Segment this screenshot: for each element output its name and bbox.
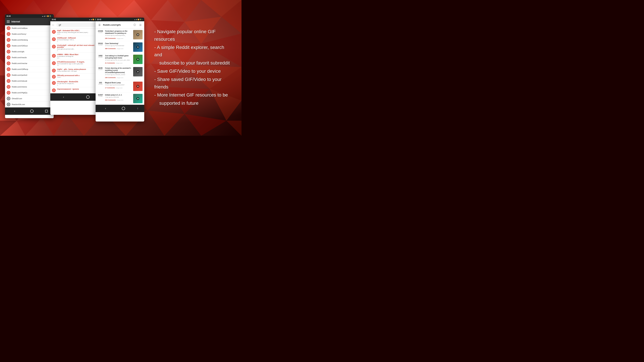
post-source: i.imgur.com xyxy=(116,38,123,39)
post-comments[interactable]: 284 Comments xyxy=(105,99,116,101)
home-button[interactable] xyxy=(30,109,34,113)
item-url: Reddit.com/r/funny/ xyxy=(12,33,26,35)
post-score: 1682 SCORE xyxy=(97,55,104,64)
feature-line-2b: subscribe to your favorit subreddit xyxy=(154,59,232,67)
search-result-item[interactable]: /r/brokengifs/ : BrokenGifs For gifs tha… xyxy=(50,80,99,87)
list-item[interactable]: Reddit.com/r/reactio xyxy=(5,55,54,60)
feature-line-1: - Navigate popular online GIF resources xyxy=(154,28,232,43)
search-result-item[interactable]: Officially pronounced with a 18984... xyxy=(50,73,99,80)
phone-1: 16:44 ☁ ◑ ⚙ 📶 🔋 □ Internet xyxy=(5,14,54,118)
list-item[interactable]: Reddit.com/r/chemic xyxy=(5,84,54,90)
post-title: Just taking in a football game and going… xyxy=(105,55,132,59)
list-item[interactable]: Reddit.com/r/educati xyxy=(5,78,54,84)
score-label: SCORE xyxy=(98,84,103,85)
back-button[interactable]: ‹ xyxy=(11,108,18,114)
post-meta: 15 hours ago by rainbowsprinkles_ xyxy=(105,35,132,36)
post-source: i.imgur.com xyxy=(116,62,122,64)
home-button[interactable] xyxy=(86,95,90,99)
search-results-list: /r/gif/ : Animated Gifs /r/Gif ( A place… xyxy=(50,29,99,93)
list-item[interactable]: ReactionGifs.com xyxy=(5,102,54,107)
back-arrow-icon[interactable]: ← xyxy=(52,23,55,26)
list-item[interactable]: Reddit.com/r/funny/ xyxy=(5,31,54,37)
post-content: Initiate jump in 3, 2, 1 1 day ago by mf… xyxy=(105,94,132,103)
phone-3: 16:43 ☁ ◑ 📶 🔋 □ ☰ Reddit.com/r/gifs ⓘ ☵ xyxy=(96,17,144,121)
post-item[interactable]: 1682 SCORE Just taking in a football gam… xyxy=(96,53,144,66)
list-item[interactable]: Reddit.com/r/mechar xyxy=(5,60,54,66)
result-count: 76... xyxy=(57,65,97,66)
search-result-item[interactable]: /r/gif/ : Animated Gifs /r/Gif ( A place… xyxy=(50,29,99,36)
post-comments[interactable]: 248 Comments xyxy=(105,77,116,78)
post-item[interactable]: 31057 SCORE Initiate jump in 3, 2, 1 1 d… xyxy=(96,92,144,105)
list-item[interactable]: Reddit.com/r/brokeng xyxy=(5,37,54,43)
result-content: /r/retiredgif/ : retired gif: wh their m… xyxy=(57,44,97,51)
recents-button[interactable] xyxy=(45,110,48,112)
reddit-icon xyxy=(7,44,10,48)
result-icon xyxy=(52,69,56,72)
list-item[interactable]: Reddit.com/r/GifRecip xyxy=(5,66,54,72)
result-desc: Some gifs are just born with... xyxy=(57,48,97,50)
reddit-icon xyxy=(7,67,10,71)
post-content: Cave Swimming! 19 hours ago by PedroNati… xyxy=(105,42,132,52)
phone1-title: Internet xyxy=(12,20,20,23)
post-comments[interactable]: 295 Comments xyxy=(105,37,116,39)
search-result-item[interactable]: /r/retiredgif/ : retired gif: wh their m… xyxy=(50,43,99,53)
list-item[interactable]: Reddit.com/r/HighQu xyxy=(5,90,54,96)
post-comments[interactable]: 17 Comments xyxy=(105,87,115,89)
post-score: 163 SCORE xyxy=(97,82,104,91)
phone3-status-bar: 16:43 ☁ ◑ 📶 🔋 □ xyxy=(96,17,144,21)
play-icon xyxy=(136,45,139,49)
item-url: Reddit.com/r/GifRecip xyxy=(12,68,28,70)
search-result-item[interactable]: /r/GifSound/ : GifSound Gif Sound Mashup… xyxy=(50,36,99,43)
item-url: Reddit.com/r/mechar xyxy=(12,62,27,64)
result-count: 5... xyxy=(57,41,97,42)
filter-icon[interactable]: ☵ xyxy=(138,23,142,27)
recents-button[interactable]: ⁞ xyxy=(137,107,138,110)
phone-2: 16:42 ☁ ◑ 📶 🔋 □ ← gif /r/gif/ : A xyxy=(50,17,99,115)
score-number: 31057 xyxy=(98,94,103,96)
web-icon xyxy=(7,103,10,106)
reddit-icon xyxy=(7,56,10,59)
post-content: Conan dancing at his assistant's wedding… xyxy=(105,67,132,79)
post-thumbnail xyxy=(133,42,142,52)
info-icon[interactable]: ⓘ xyxy=(132,23,137,27)
back-button[interactable]: ‹ xyxy=(102,106,109,111)
post-item[interactable]: 6639 SCORE Conan dancing at his assistan… xyxy=(96,66,144,80)
post-item[interactable]: 23346 SCORE Yesterday's progress on the … xyxy=(96,29,144,41)
item-url: Reddit.com/r/reactio xyxy=(12,57,27,58)
item-url: Reddit.com/r/HighQu xyxy=(12,92,27,94)
list-item[interactable]: OhmaGif.com xyxy=(5,96,54,102)
hamburger-icon[interactable] xyxy=(7,20,10,23)
score-label: SCORE xyxy=(98,32,103,33)
search-input[interactable]: gif xyxy=(56,23,97,27)
home-button[interactable] xyxy=(122,107,125,110)
phone1-time: 16:44 xyxy=(6,15,11,17)
result-content: /r/goneneawaves/ : /gonene xyxy=(57,88,97,92)
post-source: i.imgur.com xyxy=(116,77,123,78)
score-number: 1682 xyxy=(98,55,102,57)
list-item[interactable]: Reddit.com/r/gifs xyxy=(5,49,54,55)
reddit-icon xyxy=(7,85,10,89)
post-content: Yesterday's progress on the skateboard I… xyxy=(105,30,132,39)
result-icon xyxy=(52,88,56,92)
item-url: ReactionGifs.com xyxy=(12,104,25,105)
reddit-icon xyxy=(7,26,10,30)
list-item[interactable]: Reddit.com/r/GifSoun xyxy=(5,43,54,49)
result-icon xyxy=(52,30,56,34)
post-item[interactable]: 163 SCORE Magical Book Lamp 4 hours ago … xyxy=(96,80,144,92)
search-result-item[interactable]: /r/MMA/ : MMA: Mixed Mart A subreddit fo… xyxy=(50,53,99,60)
reddit-icon xyxy=(7,38,10,42)
search-result-item[interactable]: /r/TrollXChromosomes/ : Tr kegels. ### A… xyxy=(50,60,99,67)
search-result-item[interactable]: /r/goneneawaves/ : /gonene xyxy=(50,87,99,93)
post-comments[interactable]: 488 Comments xyxy=(105,48,116,49)
search-result-item[interactable]: /r/gifs/ : .gifs - funny, anima pleasure… xyxy=(50,67,99,73)
list-item[interactable]: Reddit.com/r/perfectl xyxy=(5,72,54,78)
result-title: /r/retiredgif/ : retired gif: wh their m… xyxy=(57,44,97,48)
result-desc: A place for funny, interesting gifs and … xyxy=(57,32,97,33)
item-url: Reddit.com/r/GifSoun xyxy=(12,45,28,47)
menu-icon[interactable]: ☰ xyxy=(97,23,102,27)
back-button[interactable]: ‹ xyxy=(60,94,67,100)
result-title: /r/gif/ : Animated Gifs /r/Gif ( xyxy=(57,30,97,31)
post-comments[interactable]: 41 Comments xyxy=(105,62,115,64)
post-item[interactable]: 19161 SCORE Cave Swimming! 19 hours ago … xyxy=(96,41,144,53)
list-item[interactable]: Reddit.com/r/oddlysa xyxy=(5,25,54,31)
